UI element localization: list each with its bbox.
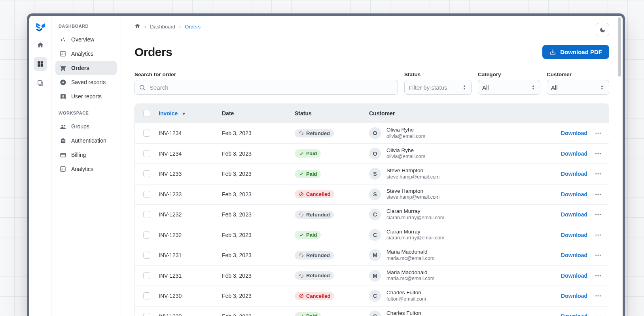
- status-icon: [299, 293, 304, 299]
- row-more-button[interactable]: [593, 209, 604, 220]
- table-row: INV-1230Feb 3, 2023PaidCCharles Fultonfu…: [135, 306, 609, 316]
- row-checkbox[interactable]: [143, 150, 150, 157]
- invoice-id: INV-1234: [159, 130, 222, 136]
- unfold-icon: ▲▼: [462, 84, 467, 91]
- download-link[interactable]: Download: [561, 273, 587, 279]
- more-horiz-icon: [595, 313, 602, 316]
- select-all-checkbox[interactable]: [143, 110, 150, 117]
- row-checkbox[interactable]: [143, 252, 150, 259]
- download-link[interactable]: Download: [561, 232, 587, 238]
- page-title: Orders: [134, 45, 172, 59]
- breadcrumb-dashboard[interactable]: Dashboard: [150, 24, 175, 30]
- svg-rect-13: [61, 139, 65, 143]
- svg-point-2: [63, 38, 64, 39]
- svg-point-50: [598, 275, 599, 276]
- category-label: Category: [478, 71, 540, 77]
- svg-point-40: [595, 214, 597, 215]
- sidebar-item-analytics-2[interactable]: Analytics: [55, 162, 117, 176]
- status-icon: [299, 314, 304, 316]
- more-horiz-icon: [595, 231, 602, 239]
- download-link[interactable]: Download: [561, 211, 587, 218]
- sidebar-item-saved-reports[interactable]: Saved reports: [55, 75, 117, 89]
- invoice-id: INV-1234: [159, 150, 222, 157]
- sidebar-item-user-reports[interactable]: User reports: [55, 89, 117, 103]
- row-checkbox[interactable]: [143, 292, 150, 299]
- row-checkbox[interactable]: [143, 211, 150, 218]
- more-horiz-icon: [595, 150, 602, 157]
- row-more-button[interactable]: [593, 311, 604, 316]
- sidebar-item-billing[interactable]: Billing: [55, 148, 117, 162]
- row-more-button[interactable]: [593, 189, 604, 200]
- mui-logo-icon: [36, 23, 45, 33]
- svg-point-51: [600, 275, 601, 276]
- unfold-icon: ▲▼: [599, 84, 605, 91]
- row-checkbox[interactable]: [143, 272, 150, 279]
- col-invoice[interactable]: Invoice ▼: [159, 110, 222, 117]
- row-checkbox[interactable]: [143, 130, 150, 137]
- analytics-icon: [59, 166, 66, 173]
- row-more-button[interactable]: [593, 290, 604, 301]
- row-more-button[interactable]: [593, 168, 604, 179]
- svg-rect-7: [64, 53, 64, 55]
- row-checkbox[interactable]: [143, 191, 150, 198]
- row-more-button[interactable]: [593, 148, 604, 159]
- row-more-button[interactable]: [593, 270, 604, 281]
- svg-point-46: [595, 255, 597, 256]
- col-status[interactable]: Status: [295, 110, 369, 117]
- rail-home-button[interactable]: [34, 38, 47, 52]
- customer-email: olivia@email.com: [386, 134, 425, 140]
- more-horiz-icon: [595, 130, 602, 137]
- customer-email: steve.hamp@email.com: [386, 194, 439, 201]
- svg-point-39: [600, 194, 601, 195]
- sidebar-item-label: Orders: [71, 65, 89, 71]
- status-select[interactable]: Filter by status ▲▼: [404, 80, 472, 95]
- download-pdf-button[interactable]: Download PDF: [542, 45, 609, 59]
- home-icon[interactable]: [134, 23, 140, 30]
- download-link[interactable]: Download: [561, 130, 587, 136]
- col-customer[interactable]: Customer: [369, 110, 549, 117]
- status-chip: Paid: [295, 312, 321, 316]
- category-select[interactable]: All ▲▼: [478, 80, 540, 95]
- row-checkbox[interactable]: [143, 170, 150, 177]
- sidebar-item-overview[interactable]: Overview: [55, 32, 117, 47]
- category-value: All: [482, 84, 489, 91]
- row-more-button[interactable]: [593, 229, 604, 241]
- row-checkbox[interactable]: [143, 313, 150, 316]
- more-horiz-icon: [595, 272, 602, 279]
- breadcrumb-current[interactable]: Orders: [185, 24, 201, 30]
- col-date[interactable]: Date: [222, 110, 295, 117]
- customer-email: ciaran.murray@email.com: [386, 235, 444, 241]
- row-more-button[interactable]: [593, 250, 604, 261]
- search-input[interactable]: Search: [134, 80, 398, 95]
- customer-select[interactable]: All ▲▼: [547, 80, 609, 95]
- download-link[interactable]: Download: [561, 150, 587, 157]
- rail-dashboard-button[interactable]: [34, 57, 47, 71]
- svg-point-42: [600, 214, 601, 215]
- moon-icon: [599, 26, 606, 33]
- sidebar-item-authentication[interactable]: Authentication: [55, 134, 117, 148]
- avatar: M: [369, 249, 381, 261]
- download-link[interactable]: Download: [561, 313, 587, 316]
- customer-email: maria.mc@email.com: [386, 256, 434, 262]
- scrollbar[interactable]: [618, 17, 621, 77]
- download-link[interactable]: Download: [561, 191, 587, 198]
- download-link[interactable]: Download: [561, 252, 587, 258]
- row-more-button[interactable]: [593, 128, 604, 139]
- sidebar-item-orders[interactable]: Orders: [55, 61, 117, 75]
- cart-icon: [59, 64, 66, 71]
- download-link[interactable]: Download: [561, 171, 587, 177]
- invoice-id: INV-1231: [159, 252, 222, 258]
- row-checkbox[interactable]: [143, 231, 150, 239]
- invoice-date: Feb 3, 2023: [222, 150, 295, 157]
- sidebar-item-analytics[interactable]: Analytics: [55, 47, 117, 61]
- main-content: › Dashboard › Orders Orders Download PDF: [121, 16, 623, 316]
- download-link[interactable]: Download: [561, 293, 587, 299]
- avatar: C: [369, 209, 381, 220]
- svg-point-27: [598, 133, 599, 134]
- table-row: INV-1231Feb 3, 2023RefundedMMaria Macdon…: [135, 245, 609, 265]
- rail-layers-button[interactable]: [34, 76, 47, 90]
- sort-arrow-down-icon: ▼: [182, 111, 186, 116]
- theme-toggle-button[interactable]: [596, 23, 609, 36]
- table-row: INV-1234Feb 3, 2023RefundedOOlivia Ryheo…: [135, 123, 609, 143]
- sidebar-item-groups[interactable]: Groups: [55, 119, 117, 134]
